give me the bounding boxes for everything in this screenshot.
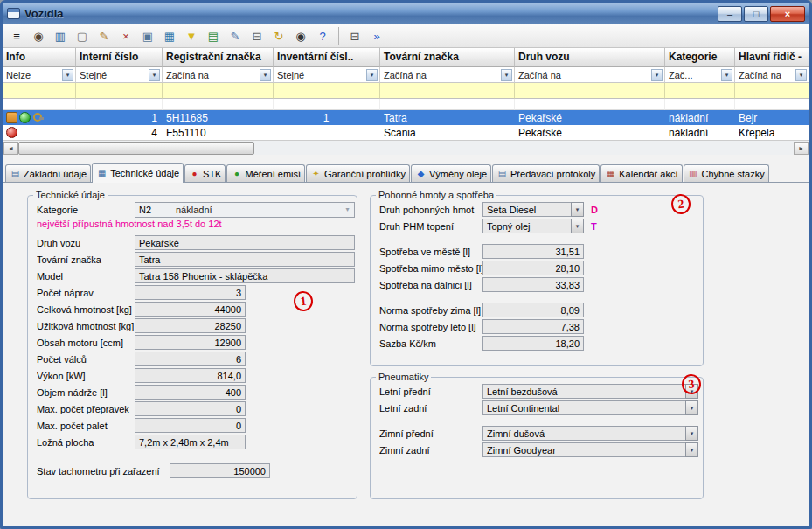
chevron-down-icon[interactable]: ▾	[685, 400, 698, 415]
cell-inventarni-cislo[interactable]	[274, 125, 380, 140]
menu-button[interactable]: ≡	[6, 26, 27, 45]
filter-info[interactable]: Nelze▾	[3, 67, 76, 83]
cell-info[interactable]	[3, 125, 76, 140]
search-cell-druh-vozu[interactable]	[515, 83, 665, 99]
filter-tovarni-znacka[interactable]: Začíná na▾	[380, 67, 515, 83]
filter-druh-vozu[interactable]: Začíná na▾	[515, 67, 665, 83]
lozna-plocha-input[interactable]: 7,2m x 2,48m x 2,4m	[135, 435, 246, 449]
minimize-button[interactable]: –	[718, 6, 742, 22]
chevron-down-icon[interactable]: ▾	[571, 219, 584, 233]
table-button[interactable]: ▦	[159, 26, 180, 45]
help-button[interactable]: ?	[312, 26, 333, 45]
cell-druh-vozu[interactable]: Pekařské	[515, 125, 665, 140]
cell-kategorie[interactable]: nákladní	[665, 110, 735, 125]
tab-stk[interactable]: ●STK	[184, 164, 226, 182]
search-cell-hlavni-ridic[interactable]	[735, 83, 809, 99]
search-cell-kategorie[interactable]	[665, 83, 735, 99]
column-header-kategorie[interactable]: Kategorie	[665, 48, 735, 67]
chevron-down-icon[interactable]: ▾	[501, 69, 512, 81]
cell-interni-cislo[interactable]: 4	[76, 125, 163, 140]
tachometer-input[interactable]: 150000	[170, 463, 270, 478]
chevron-down-icon[interactable]: ▾	[721, 69, 732, 81]
chevron-down-icon[interactable]: ▾	[571, 202, 584, 217]
letni-zadni-combo[interactable]: Letní Continental▾	[482, 400, 698, 415]
print-button[interactable]: ⊟	[246, 26, 267, 45]
go-button[interactable]: »	[366, 26, 387, 45]
column-header-registracni-znacka[interactable]: Registrační značka	[163, 48, 274, 67]
scroll-left-icon[interactable]: ◄	[3, 142, 18, 155]
spotreba-dalnice-input[interactable]: 33,83	[482, 277, 584, 292]
pocet-naprav-input[interactable]: 3	[135, 285, 246, 300]
sazba-kc-km-input[interactable]: 18,20	[482, 336, 584, 351]
model-input[interactable]: Tatra 158 Phoenix - sklápěčka	[135, 268, 355, 283]
print-preview-button[interactable]: ⊟	[344, 26, 365, 45]
edit-record-button[interactable]: ✎	[94, 26, 115, 45]
chevron-down-icon[interactable]: ▾	[651, 69, 663, 81]
norma-leto-input[interactable]: 7,38	[482, 319, 584, 334]
filter-button[interactable]: ▼	[181, 26, 202, 45]
chevron-down-icon[interactable]: ▾	[149, 69, 160, 81]
druh-phm-topeni-combo[interactable]: Topný olej▾	[482, 219, 584, 233]
cell-registracni-znacka[interactable]: 5H11685	[163, 110, 274, 125]
vykon-input[interactable]: 814,0	[135, 368, 246, 383]
norma-zima-input[interactable]: 8,09	[482, 303, 584, 317]
column-header-tovarni-znacka[interactable]: Tovární značka	[380, 48, 515, 67]
tovarni-znacka-input[interactable]: Tatra	[135, 252, 355, 267]
delete-record-button[interactable]: ×	[115, 26, 136, 45]
cell-info[interactable]	[3, 110, 76, 125]
cell-hlavni-ridic[interactable]: Křepela	[735, 125, 809, 140]
tab-mereni-emisi[interactable]: ●Měření emisí	[226, 164, 305, 182]
tab-garancni-prohlidky[interactable]: ✦Garanční prohlídky	[306, 164, 410, 182]
scroll-right-icon[interactable]: ►	[794, 142, 809, 155]
cell-interni-cislo[interactable]: 1	[76, 110, 163, 125]
tab-zakladni-udaje[interactable]: ▤Základní údaje	[5, 164, 91, 182]
copy-record-button[interactable]: ▣	[137, 26, 158, 45]
search-cell-inventarni-cislo[interactable]	[274, 83, 380, 99]
pocet-valcu-input[interactable]: 6	[135, 352, 246, 366]
scrollbar-thumb[interactable]	[18, 142, 254, 155]
tab-kalendar-akci[interactable]: ▦Kalendář akcí	[600, 164, 682, 182]
photo-button[interactable]: ◉	[290, 26, 311, 45]
zimni-zadni-combo[interactable]: Zimní Goodyear▾	[482, 442, 698, 457]
column-header-inventarni-cislo[interactable]: Inventární čísl..	[274, 48, 380, 67]
cell-inventarni-cislo[interactable]: 1	[274, 110, 380, 125]
filter-inventarni-cislo[interactable]: Stejné▾	[274, 67, 380, 83]
tab-technicke-udaje[interactable]: ▦Technické údaje	[92, 163, 184, 183]
refresh-button[interactable]: ↻	[268, 26, 289, 45]
search-cell-registracni-znacka[interactable]	[163, 83, 274, 99]
column-header-interni-cislo[interactable]: Interní číslo	[76, 48, 163, 67]
cell-kategorie[interactable]: nákladní	[665, 125, 735, 140]
horizontal-scrollbar[interactable]: ◄ ►	[3, 140, 809, 155]
chevron-down-icon[interactable]: ▾	[685, 426, 698, 441]
celkova-hmotnost-input[interactable]: 44000	[135, 302, 246, 317]
obsah-motoru-input[interactable]: 12900	[135, 335, 246, 350]
tab-predavaci-protokoly[interactable]: ▤Předávací protokoly	[492, 164, 600, 182]
column-header-hlavni-ridic[interactable]: Hlavní řidič -	[735, 48, 809, 67]
chevron-down-icon[interactable]: ▾	[260, 69, 271, 81]
excel-export-button[interactable]: ▤	[203, 26, 224, 45]
search-cell-interni-cislo[interactable]	[76, 83, 163, 99]
uzitkova-hmotnost-input[interactable]: 28250	[135, 318, 246, 333]
maximize-button[interactable]: □	[744, 6, 768, 22]
titlebar[interactable]: Vozidla – □ ×	[3, 3, 809, 24]
column-header-druh-vozu[interactable]: Druh vozu	[515, 48, 665, 67]
kategorie-combo[interactable]: N2 nákladní ▾	[135, 202, 355, 218]
column-header-info[interactable]: Info	[3, 48, 76, 67]
filter-hlavni-ridic[interactable]: Začíná na▾	[735, 67, 809, 83]
spotreba-mesto-input[interactable]: 31,51	[482, 244, 584, 259]
search-cell-info[interactable]	[3, 83, 76, 99]
druh-pohonnych-hmot-combo[interactable]: Seta Diesel▾	[482, 202, 584, 217]
tab-vymeny-oleje[interactable]: ◆Výměny oleje	[411, 164, 491, 182]
filter-interni-cislo[interactable]: Stejné▾	[76, 67, 163, 83]
cell-hlavni-ridic[interactable]: Bejr	[735, 110, 809, 125]
filter-registracni-znacka[interactable]: Začíná na▾	[163, 67, 274, 83]
table-row[interactable]: 4F551110ScaniaPekařskénákladníKřepela	[3, 125, 809, 140]
search-cell-tovarni-znacka[interactable]	[380, 83, 515, 99]
chevron-down-icon[interactable]: ▾	[62, 69, 73, 81]
chevron-down-icon[interactable]: ▾	[366, 69, 378, 81]
tab-chybne-stazky[interactable]: ▥Chybné stazky	[684, 164, 769, 182]
spotreba-mimo-input[interactable]: 28,10	[482, 261, 584, 275]
chevron-down-icon[interactable]: ▾	[795, 69, 807, 81]
new-record-button[interactable]: ▢	[72, 26, 93, 45]
notes-button[interactable]: ✎	[225, 26, 246, 45]
